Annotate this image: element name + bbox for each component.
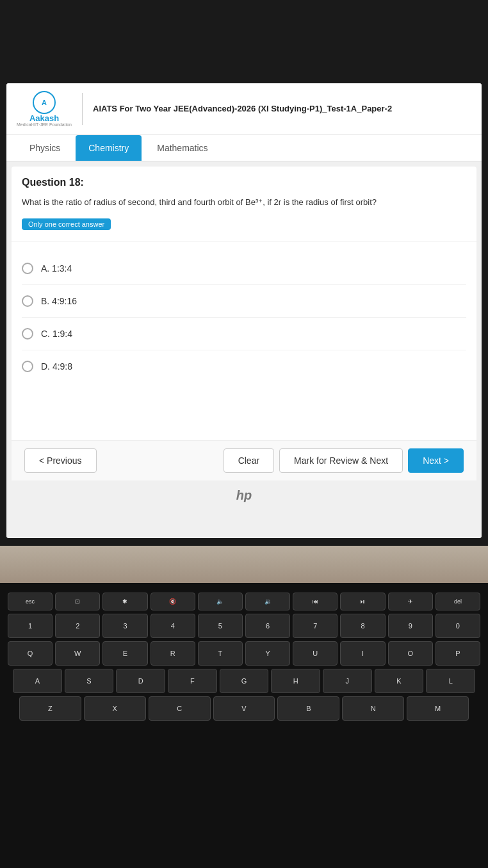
key-w[interactable]: W: [55, 641, 100, 666]
logo-icon: A: [33, 91, 56, 114]
exam-title: AIATS For Two Year JEE(Advanced)-2026 (X…: [93, 103, 392, 115]
hp-logo: hp: [236, 488, 252, 503]
asdf-row: A S D F G H J K L: [0, 669, 488, 693]
key-o[interactable]: O: [388, 641, 433, 666]
key-j[interactable]: J: [323, 669, 372, 693]
question-text: What is the ratio of radius of second, t…: [22, 196, 466, 209]
key-del[interactable]: del: [435, 593, 480, 610]
header: A Aakash Medical·IIT·JEE Foundation AIAT…: [6, 83, 482, 135]
logo-name: Aakash: [29, 114, 59, 122]
key-k[interactable]: K: [375, 669, 424, 693]
options-list: A. 1:3:4 B. 4:9:16 C. 1:9:4 D. 4:9:8: [22, 252, 466, 382]
key-i[interactable]: I: [340, 641, 385, 666]
bezel-bottom: [0, 538, 488, 546]
key-1[interactable]: 1: [8, 614, 53, 638]
key-f3[interactable]: 🔇: [150, 593, 195, 610]
key-a[interactable]: A: [13, 669, 62, 693]
tab-mathematics[interactable]: Mathematics: [144, 135, 220, 161]
logo-subtitle: Medical·IIT·JEE Foundation: [17, 122, 72, 127]
key-x[interactable]: X: [84, 696, 146, 721]
key-esc[interactable]: esc: [8, 593, 53, 610]
question-panel: Question 18: What is the ratio of radius…: [12, 167, 476, 480]
key-m[interactable]: M: [407, 696, 469, 721]
key-f7[interactable]: ⏯: [340, 593, 385, 610]
option-d-text: D. 4:9:8: [41, 361, 72, 372]
key-t[interactable]: T: [198, 641, 243, 666]
option-c-text: C. 1:9:4: [41, 329, 72, 339]
key-g[interactable]: G: [220, 669, 269, 693]
radio-a[interactable]: [22, 263, 33, 274]
key-r[interactable]: R: [150, 641, 195, 666]
option-a-text: A. 1:3:4: [41, 263, 72, 274]
key-l[interactable]: L: [426, 669, 475, 693]
previous-button[interactable]: < Previous: [24, 448, 97, 473]
zxcv-row: Z X C V B N M: [0, 696, 488, 721]
key-f5[interactable]: 🔉: [245, 593, 290, 610]
options-divider: [9, 242, 479, 242]
mark-review-button[interactable]: Mark for Review & Next: [279, 448, 403, 473]
key-0[interactable]: 0: [435, 614, 480, 638]
key-8[interactable]: 8: [340, 614, 385, 638]
radio-c[interactable]: [22, 328, 33, 340]
number-row: 1 2 3 4 5 6 7 8 9 0: [0, 614, 488, 638]
tab-chemistry[interactable]: Chemistry: [76, 135, 142, 161]
key-v[interactable]: V: [213, 696, 275, 721]
key-y[interactable]: Y: [245, 641, 290, 666]
qwerty-row: Q W E R T Y U I O P: [0, 641, 488, 666]
option-c[interactable]: C. 1:9:4: [22, 318, 466, 350]
key-3[interactable]: 3: [102, 614, 147, 638]
key-e[interactable]: E: [102, 641, 147, 666]
key-9[interactable]: 9: [388, 614, 433, 638]
key-f1[interactable]: ⊡: [55, 593, 100, 610]
key-5[interactable]: 5: [198, 614, 243, 638]
key-c[interactable]: C: [149, 696, 211, 721]
right-buttons: Clear Mark for Review & Next Next >: [224, 448, 464, 473]
logo: A Aakash Medical·IIT·JEE Foundation: [17, 91, 72, 127]
key-7[interactable]: 7: [293, 614, 338, 638]
key-f2[interactable]: ✱: [102, 593, 147, 610]
key-s[interactable]: S: [65, 669, 114, 693]
key-z[interactable]: Z: [19, 696, 81, 721]
key-f8[interactable]: ✈: [388, 593, 433, 610]
radio-d[interactable]: [22, 361, 33, 372]
key-h[interactable]: H: [271, 669, 320, 693]
key-2[interactable]: 2: [55, 614, 100, 638]
radio-b[interactable]: [22, 295, 33, 307]
clear-button[interactable]: Clear: [224, 448, 274, 473]
key-u[interactable]: U: [293, 641, 338, 666]
key-p[interactable]: P: [435, 641, 480, 666]
key-d[interactable]: D: [116, 669, 165, 693]
option-b-text: B. 4:9:16: [41, 296, 77, 306]
key-f[interactable]: F: [168, 669, 217, 693]
action-footer: < Previous Clear Mark for Review & Next …: [12, 440, 476, 480]
laptop-palmrest: [0, 546, 488, 584]
fn-row: esc ⊡ ✱ 🔇 🔈 🔉 ⏮ ⏯ ✈ del: [0, 593, 488, 610]
key-q[interactable]: Q: [8, 641, 53, 666]
key-n[interactable]: N: [342, 696, 404, 721]
option-b[interactable]: B. 4:9:16: [22, 285, 466, 318]
header-divider: [82, 93, 83, 125]
key-b[interactable]: B: [277, 696, 339, 721]
question-number: Question 18:: [22, 177, 466, 188]
key-f6[interactable]: ⏮: [293, 593, 338, 610]
key-4[interactable]: 4: [150, 614, 195, 638]
next-button[interactable]: Next >: [408, 448, 464, 473]
option-a[interactable]: A. 1:3:4: [22, 252, 466, 285]
subject-tabs: Physics Chemistry Mathematics: [6, 135, 482, 161]
option-d[interactable]: D. 4:9:8: [22, 350, 466, 382]
answer-type-badge: Only one correct answer: [22, 218, 111, 230]
key-6[interactable]: 6: [245, 614, 290, 638]
tab-physics[interactable]: Physics: [17, 135, 73, 161]
key-f4[interactable]: 🔈: [198, 593, 243, 610]
keyboard-area: esc ⊡ ✱ 🔇 🔈 🔉 ⏮ ⏯ ✈ del 1 2 3 4 5 6 7 8 …: [0, 583, 488, 868]
